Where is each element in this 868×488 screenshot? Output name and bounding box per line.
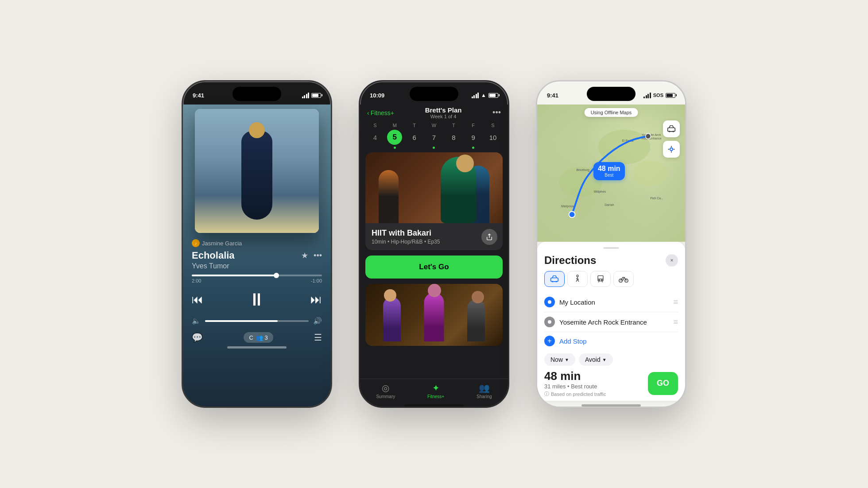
artist-badge: ♪ Jasmine Garcia [192, 239, 242, 247]
day-label-1: M [393, 123, 397, 128]
sos-label: SOS [653, 93, 663, 98]
progress-bar[interactable] [192, 275, 322, 276]
share-button[interactable] [481, 229, 497, 245]
map-car-view-button[interactable] [663, 120, 680, 137]
route-time-text: 48 min [598, 165, 620, 173]
svg-text:Mariposa: Mariposa [561, 205, 574, 208]
day-label-3: W [432, 123, 436, 128]
lyrics-icon[interactable]: 💬 [192, 332, 203, 343]
album-art [195, 109, 319, 233]
star-button[interactable]: ★ [301, 251, 308, 260]
bar2f [473, 95, 475, 98]
route-to[interactable]: Yosemite Arch Rock Entrance ≡ [544, 312, 678, 332]
traffic-text: Based on predicted traffic [551, 391, 606, 397]
svg-point-1 [633, 160, 668, 186]
bar4 [308, 93, 309, 98]
phone-music: 9:41 ♪ [182, 80, 332, 408]
battery-maps [666, 93, 675, 98]
week-day-2[interactable]: T 6 [407, 123, 422, 149]
phone-maps: 9:41 SOS Using Offline Maps [536, 80, 686, 408]
transport-car-tab[interactable] [544, 271, 565, 287]
transport-walk-tab[interactable] [567, 271, 588, 287]
progress-knob [274, 273, 279, 278]
forward-button[interactable]: ⏭ [310, 293, 322, 306]
day-label-5: F [472, 123, 475, 128]
maps-screen: Using Offline Maps El Portal Yosemite Ar… [537, 105, 685, 407]
svg-point-26 [548, 300, 551, 304]
volume-high-icon: 🔊 [313, 317, 322, 325]
day-num-0: 4 [368, 130, 383, 145]
plan-title: Brett's Plan [425, 106, 462, 114]
dynamic-island-music [232, 87, 281, 101]
now-option[interactable]: Now ▼ [544, 353, 575, 366]
svg-point-22 [599, 279, 600, 280]
pause-button[interactable]: ⏸ [248, 290, 266, 310]
day-label-2: T [413, 123, 416, 128]
battery-music [311, 93, 321, 98]
transport-bike-tab[interactable] [613, 271, 634, 287]
svg-point-27 [548, 320, 551, 324]
svg-text:Fish Ca...: Fish Ca... [650, 197, 663, 200]
time-maps: 9:41 [547, 92, 558, 99]
plan-subtitle: Week 1 of 4 [425, 114, 462, 119]
day-num-4: 8 [446, 130, 461, 145]
go-button[interactable]: GO [648, 372, 678, 395]
tab-sharing-label: Sharing [477, 394, 492, 399]
tab-sharing[interactable]: 👥 Sharing [477, 383, 492, 399]
fitness-screen: ‹ Fitness+ Brett's Plan Week 1 of 4 ••• … [360, 105, 508, 407]
status-icons-fitness: ▲ [472, 92, 498, 98]
workout-image-1 [365, 152, 503, 223]
week-day-5[interactable]: F 9 [465, 123, 481, 149]
more-button-fitness[interactable]: ••• [492, 108, 501, 117]
volume-low-icon: 🔈 [192, 317, 201, 325]
lets-go-button[interactable]: Let's Go [365, 256, 503, 279]
close-icon: × [670, 257, 673, 263]
tab-fitness-plus[interactable]: ✦ Fitness+ [427, 383, 444, 399]
volume-bar[interactable] [205, 320, 309, 322]
close-directions-button[interactable]: × [666, 254, 678, 267]
week-day-3[interactable]: W 7 [426, 123, 442, 149]
more-button[interactable]: ••• [314, 251, 322, 260]
day-num-3: 7 [426, 130, 442, 145]
svg-text:Darrah: Darrah [604, 203, 614, 206]
svg-point-18 [552, 281, 553, 282]
route-from[interactable]: My Location ≡ [544, 292, 678, 312]
bar3m [647, 94, 649, 98]
progress-fill [192, 275, 276, 276]
now-chevron-icon: ▼ [565, 357, 569, 362]
tab-summary[interactable]: ◎ Summary [376, 383, 395, 399]
map-area[interactable]: Using Offline Maps El Portal Yosemite Ar… [537, 105, 685, 242]
fitness-nav: ‹ Fitness+ Brett's Plan Week 1 of 4 ••• [360, 105, 508, 123]
week-day-1[interactable]: M 5 [387, 123, 403, 149]
playlist-icon[interactable]: ☰ [314, 332, 322, 343]
avoid-label: Avoid [585, 356, 601, 363]
svg-text:Briceburg: Briceburg [576, 168, 589, 172]
workout-card-1[interactable]: HIIT with Bakari 10min • Hip-Hop/R&B • E… [365, 152, 503, 250]
volume-container: 🔈 🔊 [192, 317, 322, 325]
workout-image-2 [365, 284, 503, 346]
from-handle-icon: ≡ [673, 298, 678, 307]
week-day-6[interactable]: S 10 [485, 123, 501, 149]
week-day-4[interactable]: T 8 [446, 123, 461, 149]
add-stop-button[interactable]: + Add Stop [544, 332, 678, 350]
add-stop-icon: + [544, 336, 555, 346]
workout-card-2[interactable] [365, 284, 503, 346]
day-num-6: 10 [485, 130, 500, 145]
traffic-icon: ⓘ [544, 391, 549, 397]
day-label-6: S [491, 123, 494, 128]
transport-controls: ⏮ ⏸ ⏭ [192, 290, 322, 310]
avoid-option[interactable]: Avoid ▼ [579, 353, 613, 366]
collab-button[interactable]: C 👥 3 [244, 332, 273, 343]
go-details: 31 miles • Best route [544, 383, 606, 390]
map-location-button[interactable] [663, 141, 680, 158]
back-button[interactable]: ‹ Fitness+ [367, 109, 394, 116]
svg-rect-13 [668, 128, 675, 132]
transport-transit-tab[interactable] [590, 271, 611, 287]
add-stop-label: Add Stop [559, 337, 587, 345]
day-dot-4 [453, 147, 455, 149]
artist-badge-icon: ♪ [192, 239, 200, 247]
rewind-button[interactable]: ⏮ [192, 293, 203, 306]
svg-rect-17 [551, 278, 558, 282]
collab-icon: C [249, 334, 253, 341]
directions-title-row: Directions × [544, 254, 678, 267]
